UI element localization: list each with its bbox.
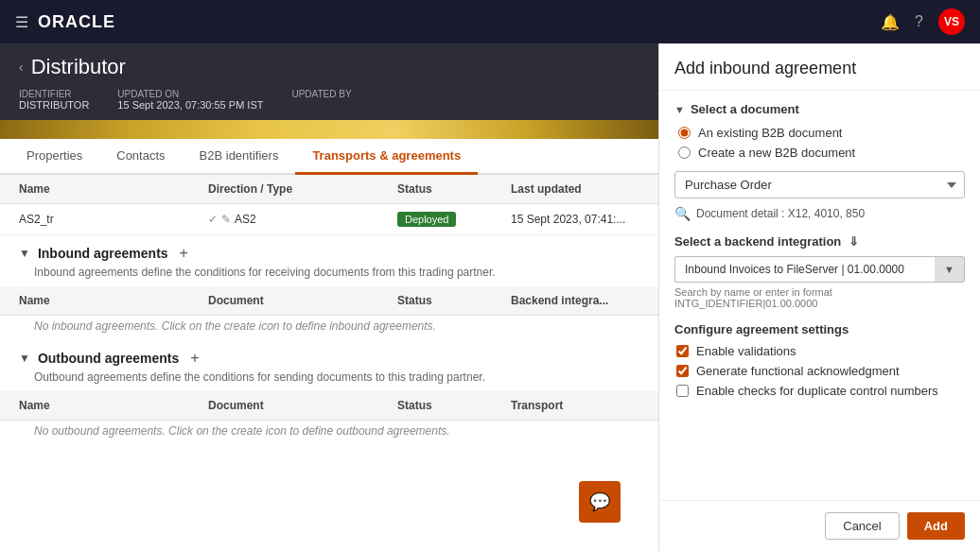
tabs-bar: Properties Contacts B2B identifiers Tran… [0, 139, 658, 175]
checkbox-group: Enable validations Generate functional a… [676, 344, 965, 398]
outbound-col-transport: Transport [511, 399, 639, 412]
col-name: Name [19, 182, 208, 196]
hamburger-icon[interactable]: ☰ [15, 13, 28, 31]
transport-last-updated: 15 Sept 2023, 07:41:... [511, 213, 639, 226]
document-radio-group: An existing B2B document Create a new B2… [678, 126, 965, 160]
transport-name: AS2_tr [19, 213, 208, 226]
inbound-col-document: Document [208, 294, 397, 307]
inbound-col-status: Status [397, 294, 511, 307]
configure-settings-label: Configure agreement settings [674, 322, 965, 336]
document-detail-text: Document detail : X12, 4010, 850 [696, 207, 865, 220]
left-panel: ‹ Distributor Identifier DISTRIBUTOR Upd… [0, 43, 658, 551]
outbound-add-button[interactable]: + [190, 350, 199, 367]
checkbox-functional-ack-label: Generate functional acknowledgment [696, 364, 900, 378]
document-dropdown[interactable]: Purchase Order Invoice Advance Ship Noti… [674, 171, 965, 198]
outbound-col-status: Status [397, 399, 511, 412]
outbound-description: Outbound agreements define the condition… [0, 370, 658, 391]
transport-status: Deployed [397, 212, 511, 227]
direction-cell: ✓ ✎ AS2 [208, 213, 397, 226]
col-status: Status [397, 182, 511, 196]
drawer-title: Add inbound agreement [674, 59, 965, 78]
cancel-button[interactable]: Cancel [825, 512, 899, 540]
checkbox-duplicate-check-input[interactable] [676, 385, 689, 397]
banner-area [0, 120, 658, 139]
download-icon[interactable]: ⇓ [849, 234, 859, 249]
tab-contacts[interactable]: Contacts [99, 139, 182, 175]
main-layout: ‹ Distributor Identifier DISTRIBUTOR Upd… [0, 43, 980, 551]
top-navbar: ☰ ORACLE 🔔 ? VS [0, 0, 980, 43]
inbound-table-header: Name Document Status Backend integra... [0, 286, 658, 316]
radio-existing-input[interactable] [678, 127, 691, 139]
checkbox-enable-validations[interactable]: Enable validations [676, 344, 965, 358]
checkbox-duplicate-check[interactable]: Enable checks for duplicate control numb… [676, 384, 965, 398]
avatar[interactable]: VS [938, 9, 965, 35]
backend-input-row: ▼ [674, 256, 965, 283]
tab-b2b-identifiers[interactable]: B2B identifiers [183, 139, 296, 175]
meta-updated-on: Updated on 15 Sept 2023, 07:30:55 PM IST [117, 89, 263, 111]
identifier-value: DISTRIBUTOR [19, 99, 89, 111]
updated-on-value: 15 Sept 2023, 07:30:55 PM IST [117, 99, 263, 111]
backend-hint-text: Search by name or enter in format INTG_I… [674, 286, 965, 309]
radio-existing-doc[interactable]: An existing B2B document [678, 126, 965, 140]
transports-table-header: Name Direction / Type Status Last update… [0, 175, 658, 204]
page-title-row: ‹ Distributor [19, 55, 639, 79]
document-detail-row: 🔍 Document detail : X12, 4010, 850 [674, 206, 965, 221]
table-row: AS2_tr ✓ ✎ AS2 Deployed 15 Sept 2023, 07… [0, 204, 658, 235]
right-panel: Add inbound agreement ▼ Select a documen… [658, 43, 980, 551]
inbound-empty-message: No inbound agreements. Click on the crea… [0, 316, 658, 340]
back-button[interactable]: ‹ [19, 60, 24, 75]
radio-new-doc[interactable]: Create a new B2B document [678, 146, 965, 160]
col-last-updated: Last updated [511, 182, 639, 196]
inbound-col-name: Name [19, 294, 208, 307]
checkbox-functional-ack[interactable]: Generate functional acknowledgment [676, 364, 965, 378]
search-icon: 🔍 [674, 206, 691, 221]
check-icon[interactable]: ✓ [208, 213, 218, 226]
help-icon[interactable]: ? [915, 13, 923, 30]
radio-new-label: Create a new B2B document [698, 146, 855, 160]
tab-properties[interactable]: Properties [9, 139, 99, 175]
meta-identifier: Identifier DISTRIBUTOR [19, 89, 89, 111]
select-doc-chevron-icon: ▼ [674, 104, 685, 115]
outbound-col-document: Document [208, 399, 397, 412]
drawer-header: Add inbound agreement [659, 43, 980, 91]
outbound-table-header: Name Document Status Transport [0, 391, 658, 421]
inbound-add-button[interactable]: + [180, 245, 188, 262]
inbound-col-backend: Backend integra... [511, 294, 639, 307]
page-title: Distributor [31, 55, 126, 79]
backend-dropdown-button[interactable]: ▼ [935, 256, 965, 283]
inbound-section-header: ▼ Inbound agreements + [0, 235, 658, 266]
drawer-body: ▼ Select a document An existing B2B docu… [659, 91, 980, 500]
meta-row: Identifier DISTRIBUTOR Updated on 15 Sep… [19, 89, 639, 120]
outbound-toggle[interactable]: ▼ [19, 352, 30, 365]
checkbox-duplicate-check-label: Enable checks for duplicate control numb… [696, 384, 938, 398]
edit-icon[interactable]: ✎ [221, 213, 231, 226]
outbound-title: Outbound agreements [38, 351, 179, 366]
backend-input[interactable] [674, 256, 935, 283]
backend-section: Select a backend integration ⇓ [674, 234, 965, 249]
meta-updated-by: Updated by [291, 89, 351, 111]
identifier-label: Identifier [19, 89, 89, 99]
page-header: ‹ Distributor Identifier DISTRIBUTOR Upd… [0, 43, 658, 120]
updated-by-label: Updated by [291, 89, 351, 99]
outbound-empty-message: No outbound agreements. Click on the cre… [0, 421, 658, 445]
content-area: Name Direction / Type Status Last update… [0, 175, 658, 445]
checkbox-enable-validations-label: Enable validations [696, 344, 796, 358]
outbound-col-name: Name [19, 399, 208, 412]
outbound-section-header: ▼ Outbound agreements + [0, 340, 658, 370]
add-button[interactable]: Add [907, 512, 965, 540]
navbar-right: 🔔 ? VS [881, 9, 965, 35]
select-document-label: Select a document [691, 102, 799, 116]
radio-new-input[interactable] [678, 146, 691, 159]
tab-transports-agreements[interactable]: Transports & agreements [295, 139, 478, 175]
inbound-title: Inbound agreements [38, 246, 168, 261]
col-direction-type: Direction / Type [208, 182, 397, 196]
transport-type: AS2 [235, 213, 256, 226]
checkbox-enable-validations-input[interactable] [676, 345, 689, 357]
bell-icon[interactable]: 🔔 [881, 13, 900, 31]
radio-existing-label: An existing B2B document [698, 126, 842, 140]
chat-button[interactable]: 💬 [579, 481, 621, 523]
inbound-toggle[interactable]: ▼ [19, 247, 30, 260]
drawer-footer: Cancel Add [659, 500, 980, 551]
select-document-section[interactable]: ▼ Select a document [674, 102, 965, 116]
checkbox-functional-ack-input[interactable] [676, 365, 689, 377]
